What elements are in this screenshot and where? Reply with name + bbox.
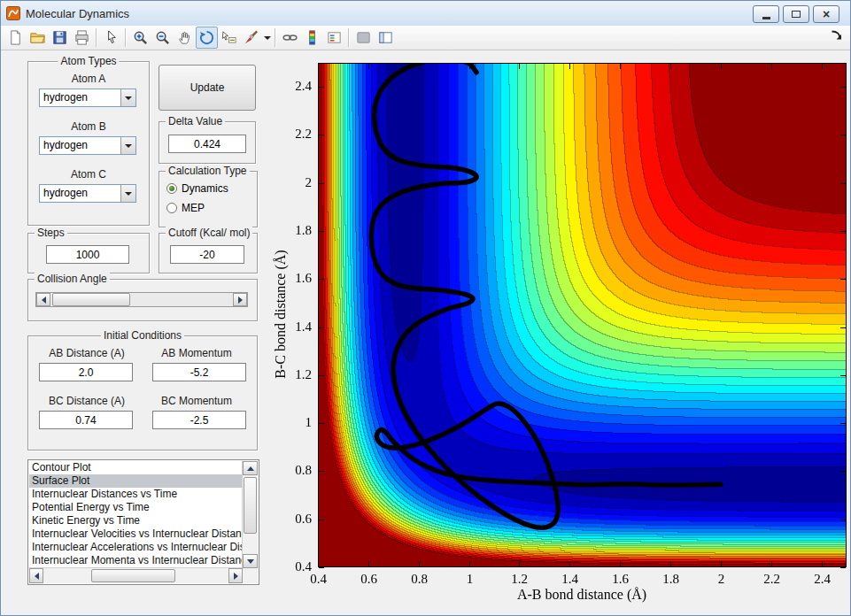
dock-figure-icon[interactable] [829,28,845,44]
minimize-button[interactable] [753,5,779,23]
update-button[interactable]: Update [159,65,256,111]
brush-dropdown-button[interactable] [262,27,272,48]
vertical-scroll-thumb[interactable] [244,477,257,534]
edit-plot-arrow-icon [103,29,120,46]
atom-a-label: Atom A [28,73,149,85]
delta-value-panel: Delta Value [159,121,256,164]
scroll-down-button[interactable] [243,554,258,568]
list-item[interactable]: Kinetic Energy vs Time [29,514,243,527]
bc-distance-label: BC Distance (A) [35,395,138,407]
maximize-button[interactable] [783,5,809,23]
link-plot-button[interactable] [279,27,301,49]
collision-angle-panel: Collision Angle [27,279,258,321]
insert-colorbar-icon [304,29,321,46]
delta-value-input[interactable] [168,135,246,153]
list-item[interactable]: Surface Plot [29,474,243,488]
atom-b-dropdown[interactable]: hydrogen [39,136,136,155]
chevron-down-icon [125,96,132,100]
insert-legend-button[interactable] [323,27,345,49]
print-figure-button[interactable] [71,27,93,49]
scroll-right-button[interactable] [228,568,243,583]
horizontal-scroll-thumb[interactable] [91,569,175,582]
atom-c-dropdown[interactable]: hydrogen [39,184,136,203]
delta-value-title: Delta Value [166,115,225,127]
atom-b-label: Atom B [28,120,149,133]
steps-panel: Steps [27,233,150,273]
radio-dynamics[interactable]: Dynamics [166,182,228,195]
brush-icon [243,29,259,46]
bc-momentum-label: BC Momentum [145,395,248,407]
link-plot-icon [282,29,298,46]
figure-window: Molecular Dynamics [0,0,851,616]
arrow-right-icon [234,573,238,580]
cutoff-panel: Cutoff (Kcal/ mol) [159,233,258,273]
radio-mep[interactable]: MEP [166,202,205,214]
bc-distance-input[interactable] [39,411,133,429]
data-cursor-icon [220,29,237,46]
steps-title: Steps [35,227,67,239]
slider-right-arrow-button[interactable] [233,293,247,306]
bc-momentum-input[interactable] [152,411,246,429]
zoom-out-icon [154,29,171,46]
toolbar-separator [96,28,97,47]
save-figure-button[interactable] [49,27,71,49]
list-item[interactable]: Internuclear Distances vs Time [29,488,243,501]
dropdown-arrow-button[interactable] [120,185,135,202]
list-item[interactable]: Internuclear Accelerations vs Internucle… [29,541,243,554]
ab-distance-input[interactable] [39,363,133,381]
open-file-button[interactable] [27,27,49,49]
initial-conditions-title: Initial Conditions [101,329,184,342]
atom-a-dropdown[interactable]: hydrogen [39,89,136,107]
atom-types-panel: Atom Types Atom A hydrogen Atom B hydrog… [27,61,150,226]
show-plot-tools-button[interactable] [375,27,397,49]
zoom-out-button[interactable] [151,27,174,49]
dropdown-arrow-button[interactable] [120,137,135,154]
insert-colorbar-button[interactable] [301,27,323,49]
scroll-up-button[interactable] [243,461,258,475]
insert-legend-icon [326,29,343,46]
zoom-in-icon [132,29,149,46]
atom-c-value: hydrogen [43,187,88,199]
chevron-down-icon [125,144,132,148]
rotate-3d-button[interactable] [196,27,218,49]
new-figure-icon [7,29,24,46]
collision-angle-slider[interactable] [35,292,248,307]
dropdown-arrow-button[interactable] [120,89,135,106]
list-item[interactable]: Contour Plot [29,461,243,474]
hide-plot-tools-button[interactable] [352,27,375,49]
hide-plot-tools-icon [355,29,372,46]
arrow-up-icon [247,466,254,471]
steps-input[interactable] [46,245,129,264]
arrow-down-icon [247,559,254,564]
atom-types-title: Atom Types [58,55,119,67]
atom-c-label: Atom C [28,168,149,181]
scroll-left-button[interactable] [29,568,43,583]
arrow-left-icon [35,573,39,580]
zoom-in-button[interactable] [129,27,151,49]
radio-dynamics-label: Dynamics [182,182,228,195]
horizontal-scrollbar[interactable] [29,567,243,583]
data-cursor-button[interactable] [218,27,240,49]
slider-left-arrow-button[interactable] [36,293,50,306]
list-item[interactable]: Potential Energy vs Time [29,501,243,514]
new-figure-button[interactable] [4,27,27,49]
atom-a-value: hydrogen [43,91,88,104]
pan-button[interactable] [174,27,196,49]
scrollbar-corner [243,568,258,583]
vertical-scrollbar[interactable] [242,461,258,568]
cutoff-input[interactable] [170,245,244,264]
radio-circle-icon [166,183,177,194]
close-button[interactable] [813,5,839,23]
title-bar[interactable]: Molecular Dynamics [1,1,850,27]
x-axis-label: A-B bond distance (Å) [493,587,670,603]
brush-dropdown-arrow-icon [264,36,271,40]
slider-thumb[interactable] [52,293,130,306]
brush-button[interactable] [240,27,262,49]
calculation-type-title: Calculation Type [166,165,250,177]
potential-energy-surface-plot[interactable] [267,54,851,616]
edit-plot-button[interactable] [100,27,122,49]
list-item[interactable]: Internuclear Momenta vs Internuclear Dis… [29,554,243,567]
plot-type-listbox[interactable]: Contour PlotSurface PlotInternuclear Dis… [27,459,259,585]
ab-momentum-input[interactable] [152,363,246,381]
list-item[interactable]: Internuclear Velocities vs Internuclear … [29,527,243,541]
